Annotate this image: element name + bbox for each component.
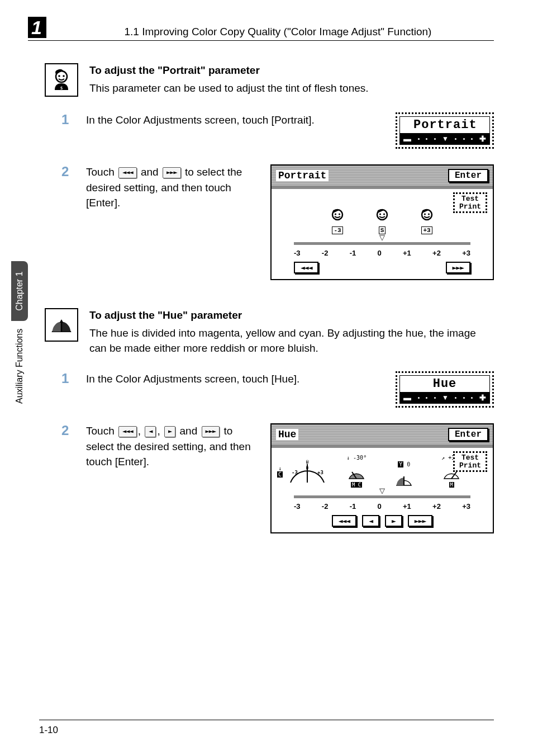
header-title: 1.1 Improving Color Copy Quality ("Color…: [62, 26, 494, 38]
step-number: 2: [61, 164, 73, 179]
slider-ticks: -3 -2 -1 0 +1 +2 +3: [294, 502, 470, 511]
page-footer: 1-10: [39, 720, 494, 736]
portrait-panel-label: Portrait: [276, 170, 329, 181]
scale-strip: ▬ ▼ ✚: [400, 133, 489, 144]
side-tab-chapter: Chapter 1: [11, 261, 28, 320]
svg-text:Y: Y: [306, 459, 309, 464]
hue-zero: Y 0: [394, 461, 413, 488]
test-print-button[interactable]: Test Print: [453, 192, 487, 213]
hue-step1-text: In the Color Adjustments screen, touch […: [86, 371, 382, 387]
portrait-heading: To adjust the "Portrait" parameter: [89, 64, 369, 77]
test-print-button[interactable]: Test Print: [453, 451, 487, 472]
face-minus3: -3: [329, 208, 346, 234]
hue-step-1: 1 In the Color Adjustments screen, touch…: [61, 371, 494, 408]
portrait-small-ui-title: Portrait: [400, 117, 489, 133]
chapter-number: 1: [28, 17, 46, 38]
plus-icon: ✚: [479, 134, 486, 143]
hue-small-ui-title: Hue: [400, 376, 489, 392]
portrait-step1-text: In the Color Adjustments screen, touch […: [86, 112, 382, 128]
page-number: 1-10: [39, 725, 58, 735]
portrait-small-ui[interactable]: Portrait ▬ ▼ ✚: [396, 112, 494, 149]
step-number: 1: [61, 371, 73, 386]
svg-point-6: [339, 213, 340, 215]
portrait-step-2: 2 Touch ◄◄◄ and ►►► to select the desire…: [61, 164, 494, 280]
svg-point-2: [63, 75, 65, 77]
svg-text:0: 0: [306, 466, 309, 471]
portrait-section: S To adjust the "Portrait" parameter Thi…: [45, 63, 494, 280]
inline-rrr-button[interactable]: ►►►: [202, 426, 220, 437]
pointer-icon: ▽: [379, 233, 385, 242]
portrait-desc: This parameter can be used to adjust the…: [89, 81, 369, 96]
svg-point-5: [335, 213, 336, 215]
svg-point-8: [379, 213, 381, 215]
hue-panel-label: Hue: [276, 429, 298, 440]
pointer-icon: ▼: [442, 394, 449, 401]
hue-c-label: ↓C: [277, 465, 283, 478]
face-s: S: [373, 208, 391, 234]
enter-button[interactable]: Enter: [448, 169, 488, 182]
svg-text:+3: +3: [317, 470, 323, 475]
inline-lll-button[interactable]: ◄◄◄: [118, 426, 137, 437]
arrow-right-button[interactable]: ►►►: [446, 262, 470, 273]
minus-icon: ▬: [403, 393, 411, 402]
pointer-icon: ▽: [379, 486, 385, 495]
slider-track[interactable]: ▽: [294, 240, 470, 247]
inline-left-button[interactable]: ◄◄◄: [118, 167, 137, 178]
hue-small-ui[interactable]: Hue ▬ ▼ ✚: [396, 371, 494, 408]
inline-r-button[interactable]: ►: [164, 426, 175, 437]
arrow-lll-button[interactable]: ◄◄◄: [332, 515, 356, 527]
arrow-l-button[interactable]: ◄: [362, 515, 379, 527]
svg-marker-14: [60, 319, 63, 323]
hue-panel: Hue Enter Test Print ↓C ▮: [270, 423, 494, 533]
step-number: 1: [61, 112, 73, 127]
side-tab: Auxiliary Functions Chapter 1: [11, 261, 28, 414]
svg-point-1: [58, 75, 60, 77]
svg-point-9: [383, 213, 385, 215]
svg-point-12: [428, 213, 430, 215]
hue-section: To adjust the "Hue" parameter The hue is…: [45, 308, 494, 533]
minus-icon: ▬: [403, 134, 411, 143]
plus-icon: ✚: [479, 393, 486, 402]
arrow-r-button[interactable]: ►: [385, 515, 402, 527]
pointer-icon: ▼: [442, 135, 449, 143]
hue-desc: The hue is divided into magenta, yellow …: [89, 326, 494, 356]
slider-track[interactable]: ▽: [294, 493, 470, 500]
hue-step-2: 2 Touch ◄◄◄, ◄, ► and ►►► to select the …: [61, 423, 494, 533]
portrait-icon: S: [45, 63, 78, 97]
svg-text:S: S: [60, 86, 63, 91]
hue-step2-text: Touch ◄◄◄, ◄, ► and ►►► to select the de…: [86, 423, 257, 470]
arrow-left-button[interactable]: ◄◄◄: [294, 262, 318, 273]
portrait-step-1: 1 In the Color Adjustments screen, touch…: [61, 112, 494, 149]
face-plus3: +3: [418, 208, 436, 234]
svg-text:-3: -3: [292, 470, 298, 475]
enter-button[interactable]: Enter: [448, 428, 488, 441]
hue-dial-icon: ▮ Y -3 +3 0: [285, 457, 330, 485]
portrait-step2-text: Touch ◄◄◄ and ►►► to select the desired …: [86, 164, 257, 211]
step-number: 2: [61, 423, 73, 438]
inline-right-button[interactable]: ►►►: [163, 167, 181, 178]
scale-strip: ▬ ▼ ✚: [400, 392, 489, 403]
page-header: 1 1.1 Improving Color Copy Quality ("Col…: [28, 17, 494, 41]
hue-icon: [45, 308, 78, 342]
arrow-rrr-button[interactable]: ►►►: [408, 515, 432, 527]
side-tab-section: Auxiliary Functions: [11, 319, 28, 414]
svg-point-11: [424, 213, 426, 215]
slider-ticks: -3 -2 -1 0 +1 +2 +3: [294, 249, 470, 257]
hue-heading: To adjust the "Hue" parameter: [89, 309, 494, 322]
hue-minus30: ↓ -30° M C: [346, 455, 367, 488]
inline-l-button[interactable]: ◄: [145, 426, 156, 437]
portrait-panel: Portrait Enter Test Print -3 S: [270, 164, 494, 280]
